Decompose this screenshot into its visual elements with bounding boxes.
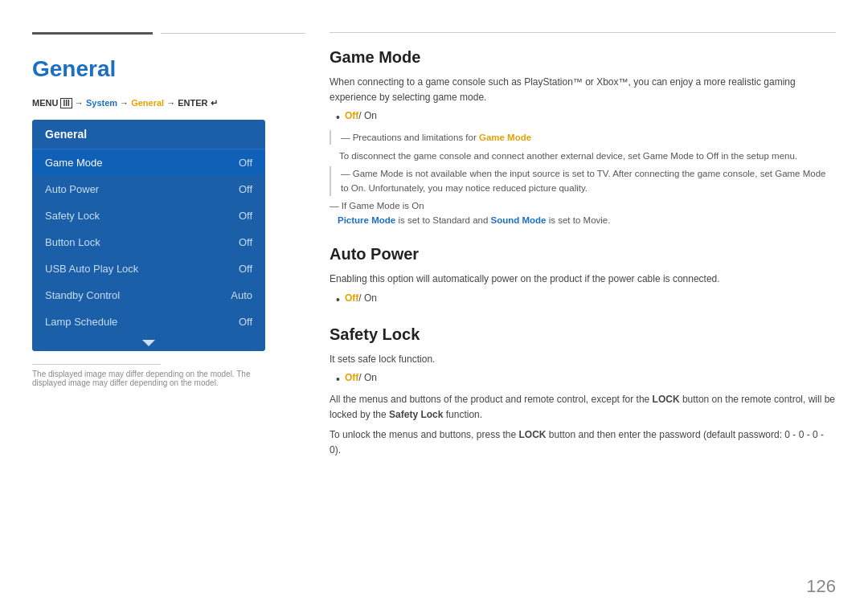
game-mode-note-1: ― Precautions and limitations for Game M… xyxy=(330,130,836,145)
menu-item-safety-lock[interactable]: Safety Lock Off xyxy=(32,202,265,229)
menu-item-game-mode[interactable]: Game Mode Off xyxy=(32,149,265,176)
game-mode-body: When connecting to a game console such a… xyxy=(330,75,836,105)
section-title-game-mode: Game Mode xyxy=(330,48,836,67)
game-mode-ref-1: Game Mode xyxy=(479,133,531,142)
right-content: Game Mode When connecting to a game cons… xyxy=(330,48,836,459)
divider-dark xyxy=(32,32,153,35)
menu-item-lamp-schedule-label: Lamp Schedule xyxy=(45,316,117,328)
menu-item-game-mode-label: Game Mode xyxy=(45,157,103,169)
page-title: General xyxy=(32,56,281,82)
safety-lock-body-3: To unlock the menus and buttons, press t… xyxy=(330,427,836,458)
menu-path-general: General xyxy=(131,98,164,108)
safety-lock-slash: / On xyxy=(358,372,377,383)
footnote-divider xyxy=(32,364,161,365)
game-mode-slash: / On xyxy=(358,110,377,121)
bullet-dot: • xyxy=(336,110,340,126)
menu-item-usb-auto-play-lock-value: Off xyxy=(239,263,252,275)
right-panel: Game Mode When connecting to a game cons… xyxy=(305,0,868,613)
game-mode-bullet: • Off / On xyxy=(336,110,836,126)
menu-item-auto-power-value: Off xyxy=(239,183,252,195)
auto-power-body: Enabling this option will automatically … xyxy=(330,272,836,287)
page-number: 126 xyxy=(806,576,836,597)
menu-item-lamp-schedule-value: Off xyxy=(239,316,252,328)
section-title-auto-power: Auto Power xyxy=(330,245,836,264)
menu-item-safety-lock-value: Off xyxy=(239,210,252,222)
divider-light xyxy=(161,33,305,34)
menu-item-standby-control[interactable]: Standby Control Auto xyxy=(32,282,265,309)
menu-item-usb-auto-play-lock-label: USB Auto Play Lock xyxy=(45,263,138,275)
safety-lock-body-2: All the menus and buttons of the product… xyxy=(330,392,836,423)
menu-item-button-lock[interactable]: Button Lock Off xyxy=(32,229,265,255)
bullet-dot-auto: • xyxy=(336,292,340,309)
general-menu-header: General xyxy=(32,120,265,149)
menu-item-usb-auto-play-lock[interactable]: USB Auto Play Lock Off xyxy=(32,255,265,282)
menu-item-standby-control-label: Standby Control xyxy=(45,289,120,301)
safety-lock-bullet: • Off / On xyxy=(336,372,836,388)
menu-item-lamp-schedule[interactable]: Lamp Schedule Off xyxy=(32,309,265,335)
chevron-down-icon xyxy=(142,340,155,346)
game-mode-note-3: ― Game Mode is not available when the in… xyxy=(330,166,836,196)
menu-chevron[interactable] xyxy=(32,335,265,351)
footnote: The displayed image may differ depending… xyxy=(32,364,281,387)
top-line-right xyxy=(330,32,836,33)
menu-item-standby-control-value: Auto xyxy=(231,289,252,301)
auto-power-bullet: • Off / On xyxy=(336,292,836,309)
auto-power-slash: / On xyxy=(358,292,377,304)
menu-item-safety-lock-label: Safety Lock xyxy=(45,210,100,222)
left-panel: General MENU III → System → General → EN… xyxy=(0,0,305,613)
game-mode-off-on: Off xyxy=(345,110,358,121)
auto-power-off-on: Off xyxy=(345,292,358,304)
menu-item-game-mode-value: Off xyxy=(239,157,252,169)
menu-path: MENU III → System → General → ENTER ↵ xyxy=(32,98,281,108)
menu-item-auto-power-label: Auto Power xyxy=(45,183,99,195)
game-mode-note-2: To disconnect the game console and conne… xyxy=(339,149,836,163)
menu-path-system: System xyxy=(86,98,117,108)
safety-lock-body-1: It sets safe lock function. xyxy=(330,352,836,367)
safety-lock-off-on: Off xyxy=(345,372,358,383)
menu-item-auto-power[interactable]: Auto Power Off xyxy=(32,176,265,202)
bullet-dot-safety: • xyxy=(336,372,340,388)
menu-item-button-lock-value: Off xyxy=(239,236,252,248)
general-menu: General Game Mode Off Auto Power Off Saf… xyxy=(32,120,265,351)
menu-item-button-lock-label: Button Lock xyxy=(45,236,100,248)
section-title-safety-lock: Safety Lock xyxy=(330,325,836,344)
game-mode-note-4: ― If Game Mode is On Picture Mode is set… xyxy=(330,198,836,228)
